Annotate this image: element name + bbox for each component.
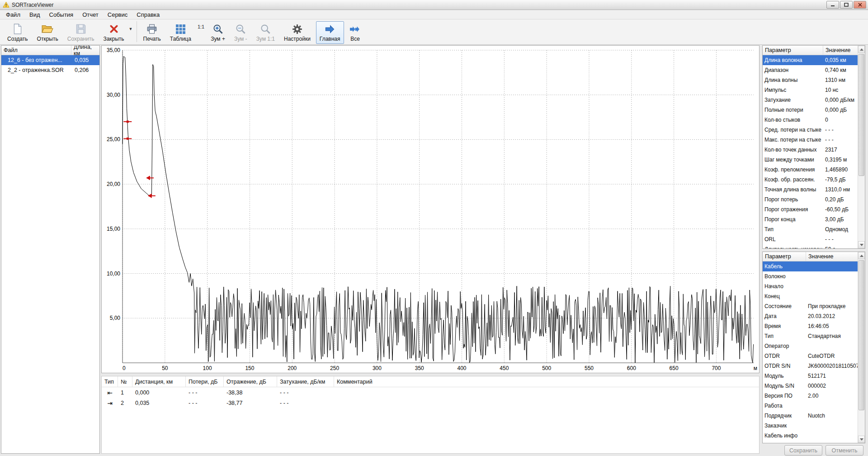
- params-scrollbar[interactable]: [858, 46, 865, 248]
- scroll-thumb[interactable]: [859, 54, 864, 176]
- param-row[interactable]: Дата 20.03.2012: [763, 311, 858, 321]
- param-row[interactable]: Подрядчик Nuotch: [763, 411, 858, 421]
- menu-report[interactable]: Отчет: [78, 10, 103, 19]
- info-actions-bar: Сохранить Отменить: [762, 445, 865, 456]
- event-distance: 0,035: [132, 398, 186, 408]
- zoom-reset-button-label: Зум 1:1: [256, 36, 275, 42]
- param-row[interactable]: Кабель инфо: [763, 431, 858, 441]
- param-row[interactable]: Конец: [763, 291, 858, 301]
- svg-text:5,00: 5,00: [110, 315, 121, 321]
- file-list-row[interactable]: 2_2 - отраженка.SOR 0,206: [1, 65, 99, 75]
- col-attenuation[interactable]: Затухание, дБ/км: [277, 376, 334, 387]
- param-row[interactable]: Модуль 512171: [763, 371, 858, 381]
- param-value: При прокладке: [806, 303, 858, 309]
- dropdown-caret-icon[interactable]: ▼: [129, 27, 133, 31]
- menu-events[interactable]: События: [45, 10, 78, 19]
- param-row[interactable]: Сред. потери на стыке - - -: [763, 125, 858, 135]
- param-row[interactable]: Точная длина волны 1310,0 нм: [763, 185, 858, 195]
- all-view-button[interactable]: Все: [346, 21, 365, 44]
- param-row[interactable]: Работа: [763, 401, 858, 411]
- param-row[interactable]: Порог отражения -60,50 дБ: [763, 204, 858, 214]
- settings-button[interactable]: Настройки: [280, 21, 314, 44]
- param-row[interactable]: OTDR CuteOTDR: [763, 351, 858, 361]
- event-attenuation: - - -: [277, 398, 334, 408]
- new-button[interactable]: Создать: [4, 21, 32, 44]
- param-row[interactable]: Макс. потери на стыке - - -: [763, 135, 858, 145]
- zoom-reset-icon: [259, 23, 271, 35]
- value-column-header[interactable]: Значение: [823, 46, 858, 55]
- minimize-button[interactable]: [826, 1, 839, 9]
- param-row[interactable]: Длина волокна 0,035 км: [763, 55, 858, 65]
- param-row[interactable]: Тип Одномод: [763, 224, 858, 234]
- param-row[interactable]: Порог конца 3,00 дБ: [763, 214, 858, 224]
- menu-help[interactable]: Справка: [132, 10, 164, 19]
- col-type[interactable]: Тип: [102, 376, 118, 387]
- file-column-header[interactable]: Файл: [1, 46, 71, 55]
- param-row[interactable]: ORL - - -: [763, 234, 858, 244]
- param-row[interactable]: Заказчик: [763, 421, 858, 431]
- info-scrollbar[interactable]: [858, 252, 865, 443]
- param-column-header[interactable]: Параметр: [763, 46, 823, 55]
- param-row[interactable]: Шаг между точками 0,3195 м: [763, 155, 858, 165]
- info-cancel-button[interactable]: Отменить: [826, 445, 863, 456]
- table-button[interactable]: Таблица: [166, 21, 195, 44]
- param-row[interactable]: Импульс 10 нс: [763, 85, 858, 95]
- param-row[interactable]: Модуль S/N 000002: [763, 381, 858, 391]
- param-value: Одномод: [823, 226, 858, 233]
- col-loss[interactable]: Потери, дБ: [186, 376, 224, 387]
- main-view-button[interactable]: Главная: [316, 21, 344, 44]
- length-column-header[interactable]: Длина, км: [71, 46, 99, 55]
- scroll-up-button[interactable]: [858, 46, 865, 53]
- new-button-label: Создать: [7, 36, 28, 42]
- open-button[interactable]: Открыть: [33, 21, 62, 44]
- scroll-down-button[interactable]: [858, 436, 865, 443]
- trace-chart[interactable]: 35,0030,0025,0020,0015,0010,005,00050100…: [102, 46, 759, 373]
- info-value-column-header[interactable]: Значение: [806, 252, 858, 261]
- event-row[interactable]: ⇤10,000- - --38,38- - -: [102, 387, 759, 398]
- info-param-column-header[interactable]: Параметр: [763, 252, 806, 261]
- scroll-thumb[interactable]: [859, 260, 864, 410]
- zoom-in-button[interactable]: Зум +: [207, 21, 229, 44]
- svg-text:650: 650: [670, 365, 679, 371]
- param-row[interactable]: Коэф. обр. рассеян. -79,5 дБ: [763, 175, 858, 185]
- file-list-row[interactable]: 12_6 - без отражен... 0,035: [1, 55, 99, 65]
- menu-file[interactable]: Файл: [1, 10, 25, 19]
- print-button[interactable]: Печать: [140, 21, 165, 44]
- param-row[interactable]: Начало: [763, 281, 858, 291]
- menu-view[interactable]: Вид: [25, 10, 45, 19]
- param-row[interactable]: Кол-во точек данных 2317: [763, 145, 858, 155]
- param-row[interactable]: Тип Стандартная: [763, 331, 858, 341]
- param-value: CuteOTDR: [806, 353, 858, 359]
- param-row[interactable]: Коэф. преломления 1,465890: [763, 165, 858, 175]
- col-reflection[interactable]: Отражение, дБ: [224, 376, 277, 387]
- param-name: Заказчик: [763, 423, 806, 429]
- param-row[interactable]: Кабель: [763, 261, 858, 271]
- param-row[interactable]: OTDR S/N JK6000020181105079: [763, 361, 858, 371]
- param-row[interactable]: Волокно: [763, 271, 858, 281]
- info-save-button[interactable]: Сохранить: [784, 445, 822, 456]
- param-row[interactable]: Кол-во стыков 0: [763, 115, 858, 125]
- param-row[interactable]: Длительность измерен... 50 с: [763, 244, 858, 248]
- param-row[interactable]: Затухание 0,000 дБ/км: [763, 95, 858, 105]
- arrow-down-icon: [860, 438, 863, 441]
- param-row[interactable]: Порог потерь 0,20 дБ: [763, 195, 858, 204]
- col-distance[interactable]: Дистанция, км: [132, 376, 186, 387]
- param-row[interactable]: Версия ПО 2.00: [763, 391, 858, 401]
- maximize-button[interactable]: [840, 1, 853, 9]
- param-row[interactable]: Полные потери 0,000 дБ: [763, 105, 858, 115]
- scroll-up-button[interactable]: [858, 252, 865, 259]
- col-comment[interactable]: Комментарий: [334, 376, 759, 387]
- param-value: 0,740 км: [823, 67, 858, 73]
- param-row[interactable]: Состояние При прокладке: [763, 301, 858, 311]
- menu-service[interactable]: Сервис: [103, 10, 132, 19]
- param-row[interactable]: Оператор: [763, 341, 858, 351]
- param-row[interactable]: Диапазон 0,740 км: [763, 65, 858, 75]
- event-row[interactable]: ⇥20,035- - --38,77- - -: [102, 398, 759, 408]
- close-file-button[interactable]: Закрыть: [99, 21, 127, 44]
- toolbar: Создать Открыть Сохранить Закрыть ▼ Печа…: [0, 19, 868, 45]
- param-row[interactable]: Время 16:46:05: [763, 321, 858, 331]
- scroll-down-button[interactable]: [858, 241, 865, 248]
- col-num[interactable]: №: [118, 376, 132, 387]
- close-button[interactable]: [854, 1, 866, 9]
- param-row[interactable]: Длина волны 1310 нм: [763, 75, 858, 85]
